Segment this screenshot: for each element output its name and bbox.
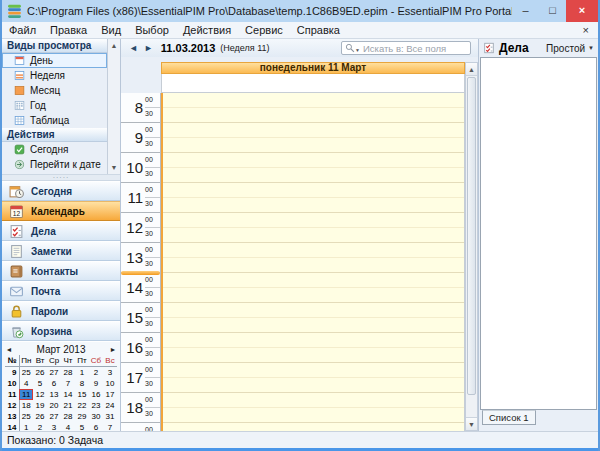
mini-cal-day-cell[interactable]: 29 bbox=[75, 411, 89, 422]
nav-button[interactable]: Заметки bbox=[2, 241, 120, 261]
view-item[interactable]: Месяц bbox=[2, 83, 107, 98]
calendar-scrollbar[interactable]: ▲ ▼ bbox=[465, 62, 478, 431]
mini-cal-day-cell[interactable]: 19 bbox=[33, 400, 47, 411]
mini-cal-day-cell[interactable]: 28 bbox=[61, 367, 75, 379]
half-hour-slot[interactable] bbox=[163, 303, 464, 318]
mini-cal-day-cell[interactable]: 17 bbox=[103, 389, 117, 400]
view-item[interactable]: Таблица bbox=[2, 113, 107, 128]
nav-button[interactable]: Контакты bbox=[2, 261, 120, 281]
nav-button[interactable]: Почта bbox=[2, 281, 120, 301]
view-item[interactable]: Неделя bbox=[2, 68, 107, 83]
tasks-list[interactable] bbox=[480, 57, 597, 410]
menu-item[interactable]: Справка bbox=[290, 22, 347, 38]
half-hour-slot[interactable] bbox=[163, 93, 464, 108]
prev-day-icon[interactable]: ◄ bbox=[126, 43, 141, 53]
nav-button[interactable]: Дела bbox=[2, 221, 120, 241]
hour-slot[interactable] bbox=[163, 273, 464, 303]
half-hour-slot[interactable] bbox=[163, 183, 464, 198]
menu-item[interactable]: Файл bbox=[2, 22, 43, 38]
menu-item[interactable]: Правка bbox=[43, 22, 94, 38]
mini-cal-day-cell[interactable]: 27 bbox=[47, 411, 61, 422]
chevron-down-icon[interactable]: ▼ bbox=[588, 45, 594, 51]
hour-slot[interactable] bbox=[163, 213, 464, 243]
mini-cal-day-cell[interactable]: 26 bbox=[33, 411, 47, 422]
mini-cal-day-cell[interactable]: 30 bbox=[89, 411, 103, 422]
mini-cal-day-cell[interactable]: 9 bbox=[89, 378, 103, 389]
half-hour-slot[interactable] bbox=[163, 243, 464, 258]
view-item[interactable]: День bbox=[2, 53, 107, 68]
all-day-events-area[interactable] bbox=[161, 74, 465, 93]
mini-cal-day-cell[interactable]: 15 bbox=[75, 389, 89, 400]
mini-cal-day-cell[interactable]: 31 bbox=[103, 411, 117, 422]
scroll-up-icon[interactable]: ▲ bbox=[466, 63, 477, 76]
half-hour-slot[interactable] bbox=[163, 153, 464, 168]
hour-slot[interactable] bbox=[163, 123, 464, 153]
mini-cal-next-icon[interactable]: ► bbox=[106, 346, 120, 353]
scroll-down-icon[interactable]: ▼ bbox=[108, 161, 120, 174]
menu-item[interactable]: Выбор bbox=[128, 22, 176, 38]
mini-cal-day-cell[interactable]: 13 bbox=[47, 389, 61, 400]
half-hour-slot[interactable] bbox=[163, 393, 464, 408]
nav-button[interactable]: 12Календарь bbox=[2, 201, 120, 221]
mini-cal-today-cell[interactable]: 11 bbox=[19, 389, 33, 400]
menu-item[interactable]: Сервис bbox=[238, 22, 290, 38]
close-button[interactable]: × bbox=[566, 0, 598, 22]
hour-slot[interactable] bbox=[163, 243, 464, 273]
tasks-list-tab[interactable]: Список 1 bbox=[482, 410, 536, 425]
minimize-button[interactable]: – bbox=[512, 0, 539, 22]
mini-cal-day-cell[interactable]: 28 bbox=[61, 411, 75, 422]
half-hour-slot[interactable] bbox=[163, 123, 464, 138]
hour-slot[interactable] bbox=[163, 423, 464, 431]
mini-cal-day-cell[interactable]: 16 bbox=[89, 389, 103, 400]
nav-button[interactable]: Сегодня bbox=[2, 181, 120, 201]
hour-slot[interactable] bbox=[163, 363, 464, 393]
scroll-up-icon[interactable]: ▲ bbox=[108, 39, 120, 52]
scrollbar-thumb[interactable] bbox=[467, 77, 476, 395]
menu-close-icon[interactable]: × bbox=[574, 24, 598, 36]
day-column-header[interactable]: понедельник 11 Март bbox=[161, 62, 465, 74]
menu-item[interactable]: Действия bbox=[176, 22, 238, 38]
half-hour-slot[interactable] bbox=[163, 363, 464, 378]
sidebar-scrollbar[interactable]: ▲ ▼ bbox=[107, 39, 120, 174]
mini-cal-day-cell[interactable]: 8 bbox=[75, 378, 89, 389]
mini-cal-day-cell[interactable]: 6 bbox=[47, 378, 61, 389]
mini-cal-day-cell[interactable]: 10 bbox=[103, 378, 117, 389]
mini-cal-day-cell[interactable]: 12 bbox=[33, 389, 47, 400]
mini-cal-day-cell[interactable]: 14 bbox=[61, 389, 75, 400]
mini-cal-day-cell[interactable]: 26 bbox=[33, 367, 47, 379]
tasks-view-mode-dropdown[interactable]: Простой bbox=[546, 43, 585, 54]
next-day-icon[interactable]: ► bbox=[141, 43, 156, 53]
maximize-button[interactable]: □ bbox=[539, 0, 566, 22]
half-hour-slot[interactable] bbox=[163, 423, 464, 431]
view-item[interactable]: Год bbox=[2, 98, 107, 113]
mini-cal-day-cell[interactable]: 18 bbox=[19, 400, 33, 411]
mini-cal-day-cell[interactable]: 1 bbox=[75, 367, 89, 379]
hour-slot[interactable] bbox=[163, 333, 464, 363]
half-hour-slot[interactable] bbox=[163, 213, 464, 228]
action-item[interactable]: Перейти к дате bbox=[2, 157, 107, 172]
hour-slot[interactable] bbox=[163, 183, 464, 213]
mini-cal-day-cell[interactable]: 27 bbox=[47, 367, 61, 379]
mini-cal-prev-icon[interactable]: ◄ bbox=[2, 346, 16, 353]
search-input[interactable]: ▼ Искать в: Все поля bbox=[341, 41, 471, 55]
mini-cal-day-cell[interactable]: 22 bbox=[75, 400, 89, 411]
hour-slot[interactable] bbox=[163, 393, 464, 423]
menu-item[interactable]: Вид bbox=[94, 22, 128, 38]
nav-button[interactable]: Пароли bbox=[2, 301, 120, 321]
scroll-down-icon[interactable]: ▼ bbox=[466, 417, 477, 430]
day-grid[interactable] bbox=[161, 93, 465, 431]
half-hour-slot[interactable] bbox=[163, 273, 464, 288]
mini-cal-day-cell[interactable]: 23 bbox=[89, 400, 103, 411]
mini-cal-day-cell[interactable]: 25 bbox=[19, 367, 33, 379]
mini-cal-day-cell[interactable]: 2 bbox=[89, 367, 103, 379]
mini-cal-day-cell[interactable]: 3 bbox=[103, 367, 117, 379]
hour-slot[interactable] bbox=[163, 303, 464, 333]
mini-cal-day-cell[interactable]: 24 bbox=[103, 400, 117, 411]
hour-slot[interactable] bbox=[163, 153, 464, 183]
search-scope-caret-icon[interactable]: ▼ bbox=[355, 47, 360, 53]
mini-cal-day-cell[interactable]: 20 bbox=[47, 400, 61, 411]
action-item[interactable]: Сегодня bbox=[2, 142, 107, 157]
mini-cal-day-cell[interactable]: 7 bbox=[61, 378, 75, 389]
mini-cal-day-cell[interactable]: 25 bbox=[19, 411, 33, 422]
mini-cal-day-cell[interactable]: 5 bbox=[33, 378, 47, 389]
